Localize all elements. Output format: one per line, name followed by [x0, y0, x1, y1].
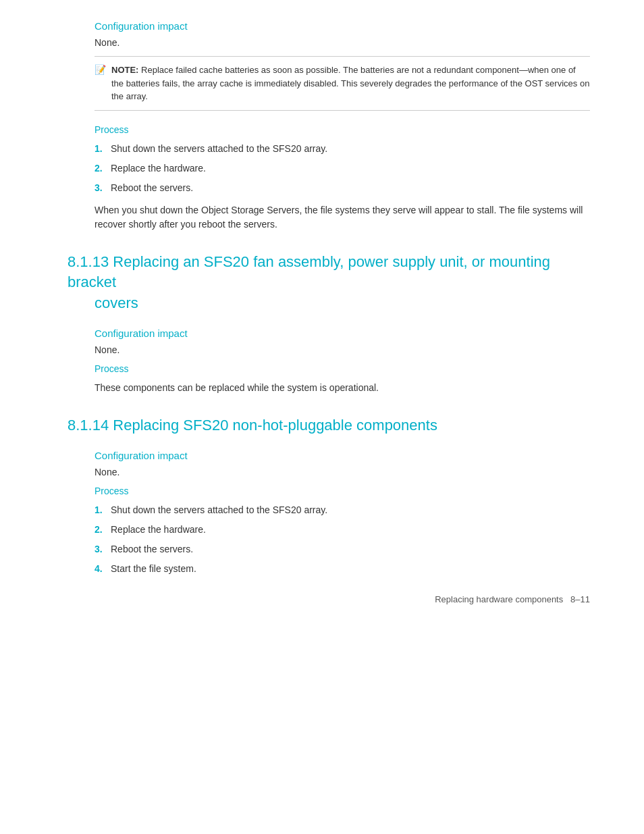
list-num: 3.	[95, 181, 111, 195]
section-813-content: Configuration impact None. Process These…	[68, 328, 590, 395]
footer-text: Replacing hardware components	[435, 594, 563, 604]
none-text-1: None.	[95, 37, 590, 48]
list-item: 3. Reboot the servers.	[95, 181, 590, 195]
list-text: Shut down the servers attached to the SF…	[111, 142, 327, 156]
none-text-3: None.	[95, 467, 590, 477]
config-impact-title-2: Configuration impact	[95, 328, 590, 339]
section-814-content: Configuration impact None. Process 1. Sh…	[68, 450, 590, 576]
section-813-heading-main: 8.1.13 Replacing an SFS20 fan assembly, …	[68, 253, 550, 291]
intro-section: Configuration impact None. 📝 NOTE: Repla…	[68, 20, 590, 232]
none-text-2: None.	[95, 344, 590, 355]
config-impact-title-1: Configuration impact	[95, 20, 590, 32]
list-num: 4.	[95, 562, 111, 576]
note-label: NOTE:	[111, 65, 138, 75]
note-text: Replace failed cache batteries as soon a…	[111, 65, 589, 101]
section-813: 8.1.13 Replacing an SFS20 fan assembly, …	[68, 252, 590, 395]
note-icon: 📝	[95, 64, 106, 75]
list-item: 2. Replace the hardware.	[95, 161, 590, 176]
page-footer: Replacing hardware components 8–11	[435, 594, 590, 604]
note-box: 📝 NOTE: Replace failed cache batteries a…	[95, 56, 590, 111]
list-text: Replace the hardware.	[111, 161, 206, 176]
list-num: 3.	[95, 542, 111, 556]
list-item: 2. Replace the hardware.	[95, 523, 590, 537]
note-content: NOTE: Replace failed cache batteries as …	[111, 63, 590, 103]
list-item: 4. Start the file system.	[95, 562, 590, 576]
section-813-heading-cont: covers	[68, 293, 590, 314]
section-814-heading: 8.1.14 Replacing SFS20 non-hot-pluggable…	[68, 415, 590, 436]
process-title-2: Process	[95, 363, 590, 374]
list-num: 2.	[95, 161, 111, 176]
list-text: Reboot the servers.	[111, 542, 193, 556]
body-text-1: When you shut down the Object Storage Se…	[95, 203, 590, 232]
process-simple-text: These components can be replaced while t…	[95, 381, 590, 395]
list-text: Start the file system.	[111, 562, 196, 576]
list-item: 1. Shut down the servers attached to the…	[95, 142, 590, 156]
list-num: 2.	[95, 523, 111, 537]
list-item: 3. Reboot the servers.	[95, 542, 590, 556]
process-list-2: 1. Shut down the servers attached to the…	[95, 503, 590, 576]
list-item: 1. Shut down the servers attached to the…	[95, 503, 590, 517]
list-text: Reboot the servers.	[111, 181, 193, 195]
section-814-heading-text: 8.1.14 Replacing SFS20 non-hot-pluggable…	[68, 417, 437, 434]
list-num: 1.	[95, 142, 111, 156]
list-text: Shut down the servers attached to the SF…	[111, 503, 327, 517]
process-title-1: Process	[95, 124, 590, 135]
page-container: Configuration impact None. 📝 NOTE: Repla…	[0, 0, 644, 625]
process-title-3: Process	[95, 486, 590, 496]
config-impact-title-3: Configuration impact	[95, 450, 590, 461]
list-num: 1.	[95, 503, 111, 517]
footer-page: 8–11	[570, 594, 590, 604]
list-text: Replace the hardware.	[111, 523, 206, 537]
section-813-heading: 8.1.13 Replacing an SFS20 fan assembly, …	[68, 252, 590, 314]
section-814: 8.1.14 Replacing SFS20 non-hot-pluggable…	[68, 415, 590, 576]
process-list-1: 1. Shut down the servers attached to the…	[95, 142, 590, 195]
